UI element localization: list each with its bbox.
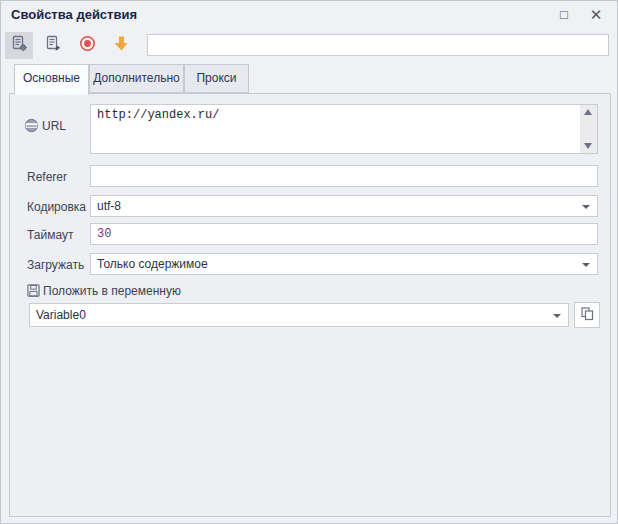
globe-www-icon: www: [24, 118, 39, 136]
variable-combobox[interactable]: Variable0: [29, 303, 569, 327]
store-variable-label-group: Положить в переменную: [27, 284, 181, 300]
timeout-label: Таймаут: [27, 228, 73, 242]
doc-edit-icon: [45, 35, 62, 56]
encoding-combobox[interactable]: utf-8: [90, 195, 598, 217]
maximize-icon[interactable]: □: [551, 3, 577, 27]
chevron-down-icon: [582, 205, 590, 209]
run-step-button[interactable]: [107, 32, 135, 59]
floppy-icon: [27, 284, 40, 300]
dialog-title: Свойства действия: [11, 1, 137, 29]
url-label-group: www URL: [24, 118, 66, 136]
close-icon[interactable]: ✕: [583, 3, 609, 27]
timeout-input[interactable]: [90, 223, 598, 245]
down-arrow-icon: [113, 35, 130, 56]
url-input[interactable]: http://yandex.ru/: [91, 105, 579, 153]
load-mode-combobox[interactable]: Только содержимое: [90, 253, 598, 275]
url-label: URL: [42, 119, 66, 133]
url-field-frame: http://yandex.ru/: [90, 104, 598, 154]
load-mode-label: Загружать: [27, 258, 84, 272]
record-button[interactable]: [73, 32, 101, 59]
copy-variable-button[interactable]: [574, 302, 600, 328]
chevron-down-icon: [582, 263, 590, 267]
action-edit-button[interactable]: [39, 32, 67, 59]
doc-gear-icon: [11, 35, 28, 56]
tab-main[interactable]: Основные: [14, 64, 89, 95]
scroll-up-icon[interactable]: [580, 105, 597, 120]
referer-label: Referer: [27, 170, 67, 184]
record-icon: [79, 35, 96, 56]
action-name-input[interactable]: [147, 34, 609, 56]
encoding-value: utf-8: [97, 199, 121, 213]
copy-icon: [580, 306, 595, 325]
encoding-label: Кодировка: [27, 200, 86, 214]
tab-proxy[interactable]: Прокси: [184, 64, 249, 93]
svg-text:www: www: [25, 123, 37, 128]
referer-input[interactable]: [90, 165, 598, 187]
action-properties-dialog: Свойства действия □ ✕: [0, 0, 618, 524]
url-scrollbar[interactable]: [580, 105, 597, 153]
titlebar: Свойства действия □ ✕: [1, 1, 617, 29]
store-variable-label: Положить в переменную: [43, 284, 181, 298]
load-mode-value: Только содержимое: [97, 257, 208, 271]
action-settings-button[interactable]: [5, 32, 33, 59]
scroll-down-icon[interactable]: [580, 138, 597, 153]
main-tab-panel: www URL http://yandex.ru/ Referer Кодиро…: [9, 93, 611, 517]
variable-value: Variable0: [36, 308, 86, 322]
tab-additional[interactable]: Дополнительно: [89, 64, 184, 93]
chevron-down-icon: [553, 314, 561, 318]
